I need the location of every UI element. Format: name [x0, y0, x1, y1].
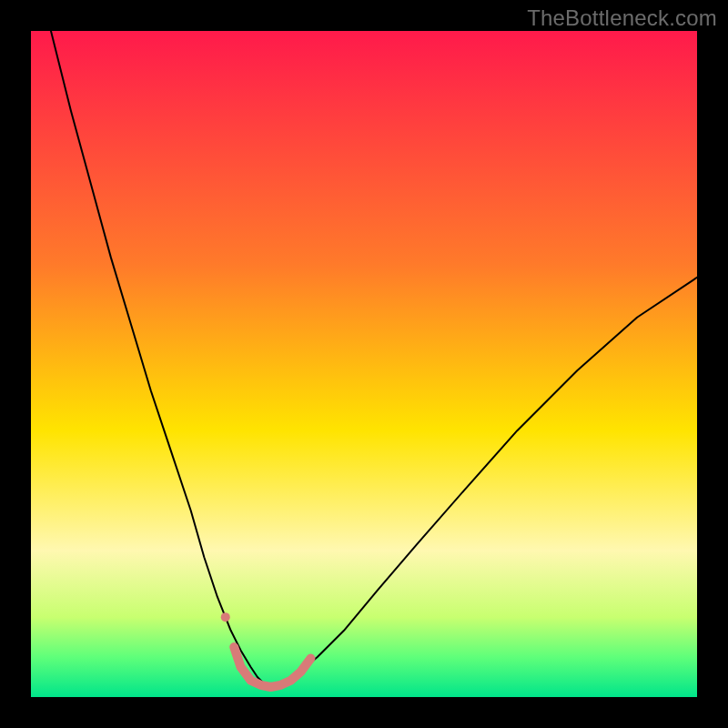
chart-svg	[31, 31, 697, 697]
watermark-label: TheBottleneck.com	[527, 5, 717, 31]
chart-background	[31, 31, 697, 697]
chart-marker-layer	[221, 612, 230, 622]
chart-frame: TheBottleneck.com	[0, 0, 728, 728]
chart-plot-area	[31, 31, 697, 697]
marker-sweet-spot-dot	[221, 612, 230, 622]
